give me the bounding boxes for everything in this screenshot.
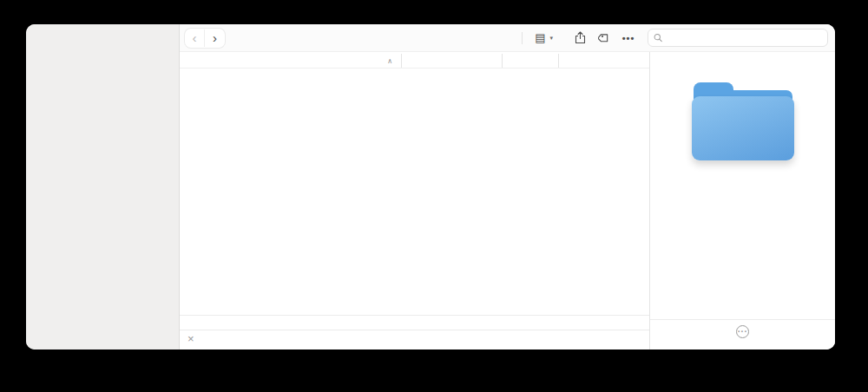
column-headers: ∧ bbox=[180, 54, 649, 69]
preview-footer bbox=[650, 319, 835, 350]
tag-icon bbox=[598, 32, 610, 44]
column-header-kind[interactable] bbox=[558, 54, 649, 68]
chevron-down-icon: ▾ bbox=[549, 35, 553, 42]
tags-button[interactable] bbox=[594, 29, 615, 47]
column-header-date-modified[interactable] bbox=[401, 54, 502, 68]
share-icon bbox=[575, 31, 586, 44]
circle-ellipsis-icon bbox=[736, 325, 749, 338]
sidebar bbox=[26, 24, 180, 350]
share-button[interactable] bbox=[569, 29, 590, 47]
file-rows bbox=[180, 69, 649, 315]
group-by-icon: ▤ bbox=[532, 29, 548, 47]
path-bar bbox=[180, 315, 649, 330]
folder-preview-icon bbox=[692, 82, 794, 160]
group-by-button[interactable]: ▤ ▾ bbox=[529, 29, 556, 47]
back-button[interactable]: ‹ bbox=[185, 29, 205, 47]
search-field[interactable] bbox=[648, 29, 828, 47]
forward-button[interactable]: › bbox=[205, 29, 225, 47]
search-input[interactable] bbox=[666, 33, 822, 43]
more-actions-button[interactable]: ••• bbox=[618, 29, 639, 47]
preview-hero bbox=[650, 52, 835, 191]
search-icon bbox=[654, 33, 662, 42]
status-bar: × bbox=[180, 330, 649, 350]
column-header-size[interactable] bbox=[502, 54, 558, 68]
minimize-window-button[interactable] bbox=[61, 33, 71, 43]
column-header-name[interactable]: ∧ bbox=[180, 54, 401, 68]
ellipsis-icon: ••• bbox=[622, 33, 635, 43]
zoom-window-button[interactable] bbox=[78, 33, 89, 43]
close-window-button[interactable] bbox=[43, 33, 54, 43]
toolbar: ‹ › ▤ ▾ bbox=[180, 24, 835, 52]
close-status-icon[interactable]: × bbox=[187, 332, 194, 345]
finder-window: ‹ › ▤ ▾ bbox=[26, 24, 835, 350]
traffic-lights bbox=[26, 24, 179, 52]
preview-pane bbox=[649, 52, 835, 350]
sort-ascending-icon: ∧ bbox=[387, 57, 392, 65]
navigation-buttons: ‹ › bbox=[185, 29, 225, 48]
sidebar-list bbox=[26, 52, 179, 350]
main-area: ‹ › ▤ ▾ bbox=[180, 24, 835, 350]
file-list-pane: ∧ × bbox=[180, 52, 649, 350]
